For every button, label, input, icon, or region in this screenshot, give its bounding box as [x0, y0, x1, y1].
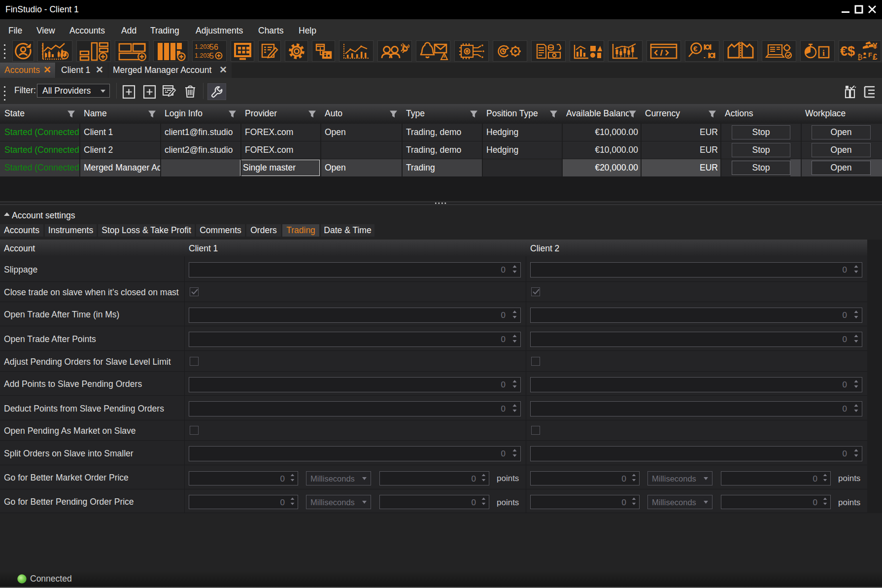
svg-text:F: F — [868, 51, 872, 59]
svg-text:5: 5 — [209, 52, 214, 60]
svg-text:€$: €$ — [840, 44, 855, 59]
svg-text:56: 56 — [209, 43, 218, 51]
svg-text:1.203: 1.203 — [195, 43, 210, 50]
svg-text:i: i — [822, 48, 825, 58]
svg-text:¥: ¥ — [873, 41, 878, 51]
svg-text:1.203: 1.203 — [195, 52, 210, 59]
svg-text:₿: ₿ — [857, 53, 862, 61]
svg-text:£: £ — [873, 52, 878, 61]
svg-text:€: € — [693, 44, 698, 53]
